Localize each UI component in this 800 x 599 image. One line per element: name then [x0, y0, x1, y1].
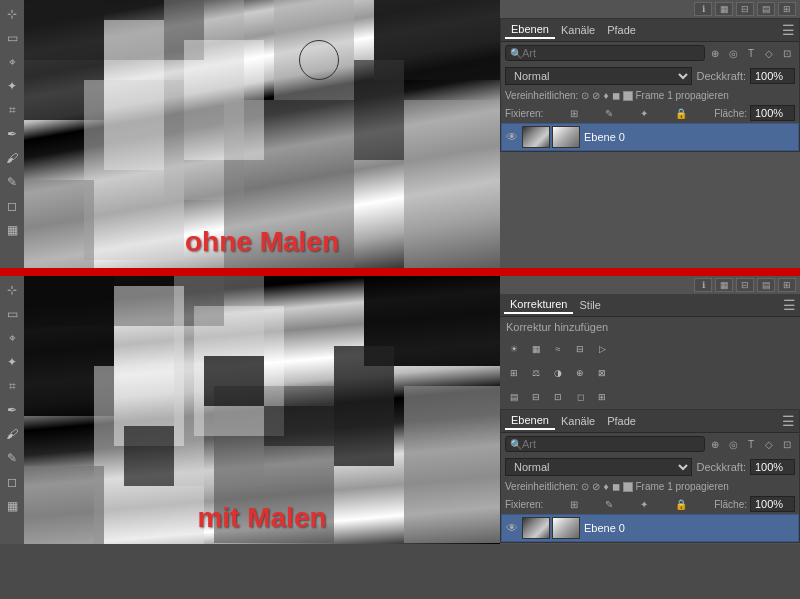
crop-tool-icon[interactable]: ⌗ [2, 100, 22, 120]
channel-icon[interactable]: ⊠ [592, 365, 612, 381]
bw-icon[interactable]: ◑ [548, 365, 568, 381]
unify-icon2-b[interactable]: ⊘ [592, 481, 600, 492]
gradient-map-icon[interactable]: ▤ [504, 389, 524, 405]
lock-icon3[interactable]: ✦ [640, 108, 648, 119]
grid2-icon[interactable]: ⊟ [736, 2, 754, 16]
eye-icon-bottom[interactable]: 👁 [506, 521, 518, 535]
marquee-tool-icon[interactable]: ▭ [2, 28, 22, 48]
brush-tool-icon-b[interactable]: 🖌 [2, 424, 22, 444]
unify-icon2[interactable]: ⊘ [592, 90, 600, 101]
unify-icon4[interactable]: ◼ [612, 90, 620, 101]
photo-filter-icon[interactable]: ⊕ [570, 365, 590, 381]
lock-icon2-b[interactable]: ✎ [605, 499, 613, 510]
lock-icon2[interactable]: ✎ [605, 108, 613, 119]
unify-icon3[interactable]: ♦ [603, 90, 608, 101]
marquee-tool-icon-b[interactable]: ▭ [2, 304, 22, 324]
top-search-box[interactable]: 🔍 [505, 45, 705, 61]
exposure-icon[interactable]: ⊟ [570, 341, 590, 357]
grid2-icon-b[interactable]: ⊟ [736, 278, 754, 292]
tab-korrekturen[interactable]: Korrekturen [504, 296, 573, 314]
top-layer-item[interactable]: 👁 Ebene 0 [501, 123, 799, 151]
levels-icon[interactable]: ▦ [526, 341, 546, 357]
bottom-frame-checkbox[interactable] [623, 482, 633, 492]
eyedropper-icon-b[interactable]: ✒ [2, 400, 22, 420]
top-flaeche-value[interactable]: 100% [750, 105, 795, 121]
bottom-blend-mode[interactable]: Normal [505, 458, 692, 476]
curves-icon[interactable]: ≈ [548, 341, 568, 357]
posterize-icon[interactable]: ◻ [570, 389, 590, 405]
magic-wand-icon[interactable]: ✦ [2, 76, 22, 96]
panel-menu-top[interactable]: ☰ [782, 22, 795, 38]
corrections-menu[interactable]: ☰ [783, 297, 796, 313]
top-search-input[interactable] [522, 47, 700, 59]
magic-wand-icon-b[interactable]: ✦ [2, 352, 22, 372]
move-tool-icon-b[interactable]: ⊹ [2, 280, 22, 300]
tab-ebenen-bottom[interactable]: Ebenen [505, 412, 555, 430]
balance-icon[interactable]: ⚖ [526, 365, 546, 381]
threshold-icon[interactable]: ⊞ [592, 389, 612, 405]
unify-icon1[interactable]: ⊙ [581, 90, 589, 101]
filter-icon-bottom[interactable]: ◎ [725, 436, 741, 452]
hsl-icon[interactable]: ⊞ [504, 365, 524, 381]
tab-pfade-bottom[interactable]: Pfade [601, 413, 642, 429]
info-icon-b[interactable]: ℹ [694, 278, 712, 292]
new-layer-icon-top[interactable]: ⊕ [707, 45, 723, 61]
selective-icon[interactable]: ⊟ [526, 389, 546, 405]
top-opacity-value[interactable]: 100% [750, 68, 795, 84]
lasso-tool-icon-b[interactable]: ⌖ [2, 328, 22, 348]
bottom-opacity-value[interactable]: 100% [750, 459, 795, 475]
eraser-icon[interactable]: ◻ [2, 196, 22, 216]
filter-icon-top[interactable]: ◎ [725, 45, 741, 61]
adjust-icon-top[interactable]: ⊡ [779, 45, 795, 61]
unify-icon1-b[interactable]: ⊙ [581, 481, 589, 492]
lock-icon1-b[interactable]: ⊞ [570, 499, 578, 510]
top-panel-tabs: Ebenen Kanäle Pfade ☰ [501, 19, 799, 42]
eye-icon-top[interactable]: 👁 [506, 130, 518, 144]
bottom-layer-item[interactable]: 👁 Ebene 0 [501, 514, 799, 542]
new-layer-icon-bottom[interactable]: ⊕ [707, 436, 723, 452]
grid4-icon[interactable]: ⊞ [778, 2, 796, 16]
lock-icon4[interactable]: 🔒 [675, 108, 687, 119]
lasso-tool-icon[interactable]: ⌖ [2, 52, 22, 72]
text-icon-bottom[interactable]: T [743, 436, 759, 452]
crop-tool-icon-b[interactable]: ⌗ [2, 376, 22, 396]
top-frame-checkbox[interactable] [623, 91, 633, 101]
grid1-icon[interactable]: ▦ [715, 2, 733, 16]
eyedropper-icon[interactable]: ✒ [2, 124, 22, 144]
move-tool-icon[interactable]: ⊹ [2, 4, 22, 24]
tab-kanaele-top[interactable]: Kanäle [555, 22, 601, 38]
grid3-icon-b[interactable]: ▤ [757, 278, 775, 292]
text-icon-top[interactable]: T [743, 45, 759, 61]
panel-menu-bottom[interactable]: ☰ [782, 413, 795, 429]
lock-icon3-b[interactable]: ✦ [640, 499, 648, 510]
shape-icon-top[interactable]: ◇ [761, 45, 777, 61]
gradient-tool-icon[interactable]: ▦ [2, 220, 22, 240]
bottom-flaeche-value[interactable]: 100% [750, 496, 795, 512]
grid3-icon[interactable]: ▤ [757, 2, 775, 16]
grid1-icon-b[interactable]: ▦ [715, 278, 733, 292]
bottom-search-input[interactable] [522, 438, 700, 450]
clone-stamp-icon[interactable]: ✎ [2, 172, 22, 192]
triangle-icon[interactable]: ▷ [592, 341, 612, 357]
brightness-icon[interactable]: ☀ [504, 341, 524, 357]
shape-icon-bottom[interactable]: ◇ [761, 436, 777, 452]
bottom-search-box[interactable]: 🔍 [505, 436, 705, 452]
invert-icon[interactable]: ⊡ [548, 389, 568, 405]
clone-stamp-icon-b[interactable]: ✎ [2, 448, 22, 468]
brush-tool-icon[interactable]: 🖌 [2, 148, 22, 168]
top-blend-mode[interactable]: Normal [505, 67, 692, 85]
tab-pfade-top[interactable]: Pfade [601, 22, 642, 38]
grid4-icon-b[interactable]: ⊞ [778, 278, 796, 292]
top-canvas-area: ⊹ ▭ ⌖ ✦ ⌗ ✒ 🖌 ✎ ◻ ▦ [0, 0, 500, 268]
adjust-icon-bottom[interactable]: ⊡ [779, 436, 795, 452]
eraser-icon-b[interactable]: ◻ [2, 472, 22, 492]
gradient-tool-icon-b[interactable]: ▦ [2, 496, 22, 516]
lock-icon1[interactable]: ⊞ [570, 108, 578, 119]
unify-icon4-b[interactable]: ◼ [612, 481, 620, 492]
tab-stile[interactable]: Stile [573, 297, 606, 313]
tab-ebenen-top[interactable]: Ebenen [505, 21, 555, 39]
unify-icon3-b[interactable]: ♦ [603, 481, 608, 492]
lock-icon4-b[interactable]: 🔒 [675, 499, 687, 510]
info-icon[interactable]: ℹ [694, 2, 712, 16]
tab-kanaele-bottom[interactable]: Kanäle [555, 413, 601, 429]
